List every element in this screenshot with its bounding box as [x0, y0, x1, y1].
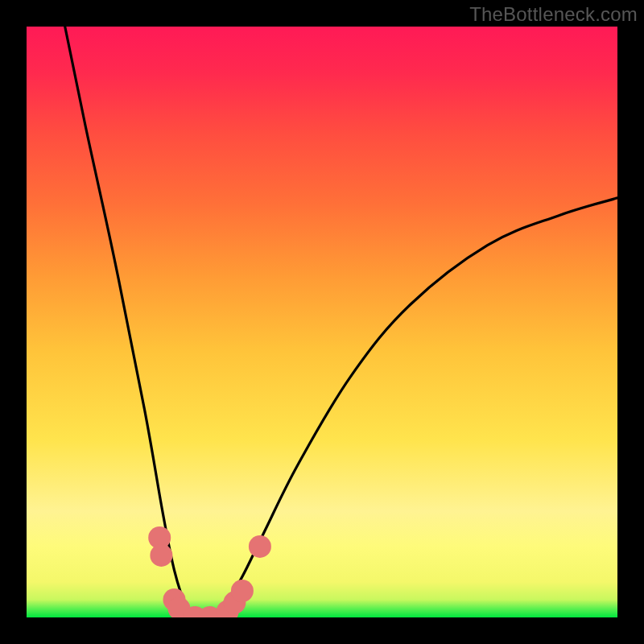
- chart-frame: TheBottleneck.com: [0, 0, 644, 644]
- chart-svg: [27, 27, 617, 617]
- watermark-text: TheBottleneck.com: [469, 3, 638, 26]
- marker-layer: [148, 526, 271, 617]
- chart-plot-area: [27, 27, 617, 617]
- dot-left-upper2: [150, 544, 172, 567]
- dot-right-low3: [231, 580, 254, 602]
- dot-right-upper: [249, 535, 271, 558]
- bottleneck-curve-path: [65, 27, 617, 617]
